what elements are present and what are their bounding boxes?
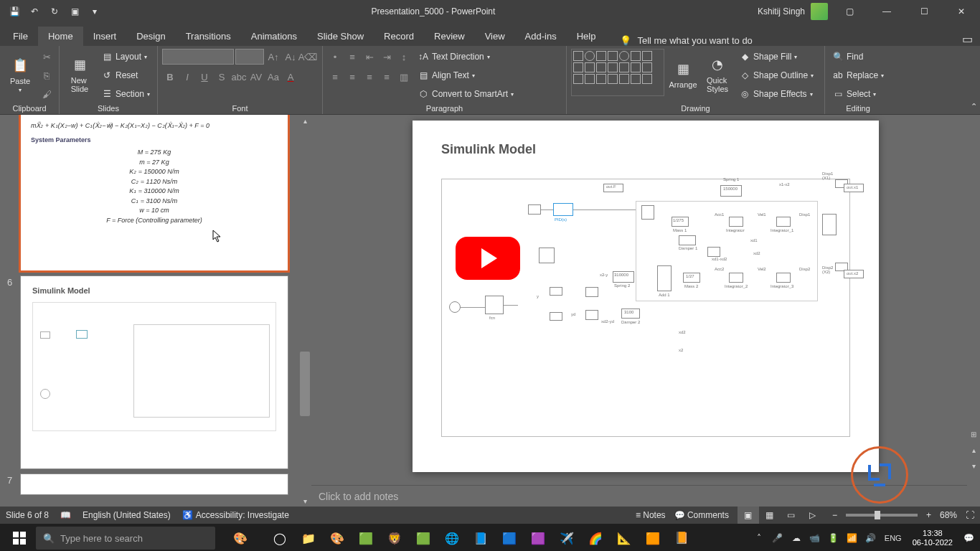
collapse-ribbon-icon[interactable]: ⌃ (971, 102, 977, 111)
language-indicator[interactable]: English (United States) (83, 510, 171, 520)
word-icon[interactable]: 📘 (466, 524, 495, 551)
justify-icon[interactable]: ≡ (379, 69, 395, 85)
tab-review[interactable]: Review (424, 27, 475, 46)
find-button[interactable]: 🔍Find (829, 49, 887, 65)
meet-now-icon[interactable]: 📹 (806, 524, 824, 551)
format-painter-icon[interactable]: 🖌 (39, 86, 55, 102)
slide-title[interactable]: Simulink Model (441, 142, 850, 157)
section-button[interactable]: ☰Section▾ (98, 86, 153, 102)
slide-thumbnail-5[interactable]: mẌ₂ + K₁(X₂−w) + C₁(Ẋ₂−ẇ) − K₂(X₁−X₂) − … (7, 115, 288, 271)
align-right-icon[interactable]: ≡ (362, 69, 377, 85)
shape-fill-button[interactable]: ◆Shape Fill▾ (736, 49, 816, 65)
tab-addins[interactable]: Add-ins (515, 27, 567, 46)
shape-effects-button[interactable]: ◎Shape Effects▾ (736, 86, 816, 102)
taskbar-clock[interactable]: 13:38 06-10-2022 (907, 529, 958, 547)
reset-button[interactable]: ↺Reset (98, 67, 153, 83)
arrange-button[interactable]: ▦ Arrange (667, 49, 699, 99)
tab-record[interactable]: Record (374, 27, 424, 46)
tab-slideshow[interactable]: Slide Show (307, 27, 374, 46)
line-spacing-icon[interactable]: ↕ (396, 49, 412, 65)
slideshow-view-icon[interactable]: ▷ (802, 507, 824, 524)
tab-design[interactable]: Design (126, 27, 175, 46)
user-avatar[interactable] (811, 3, 828, 20)
new-slide-button[interactable]: ▦ New Slide (64, 49, 95, 99)
slideshow-from-start-icon[interactable]: ▣ (66, 3, 83, 20)
spellcheck-icon[interactable]: 📖 (60, 510, 71, 520)
app-icon-3[interactable]: 🟩 (409, 524, 438, 551)
edge-icon[interactable]: 🌐 (438, 524, 466, 551)
change-case-icon[interactable]: Aa (265, 69, 281, 85)
normal-view-icon[interactable]: ▣ (738, 507, 759, 524)
video-play-button[interactable] (456, 237, 520, 280)
text-direction-button[interactable]: ↕AText Direction▾ (415, 49, 517, 65)
comments-button[interactable]: 💬 Comments (674, 510, 729, 520)
next-slide-icon[interactable]: ▾ (967, 462, 980, 475)
taskbar-news-icon[interactable]: 🎨 (215, 524, 265, 551)
qat-customize-icon[interactable]: ▾ (86, 3, 103, 20)
slide-thumbnail-list[interactable]: mẌ₂ + K₁(X₂−w) + C₁(Ẋ₂−ẇ) − K₂(X₁−X₂) − … (0, 115, 298, 507)
comments-pane-icon[interactable]: ▭ (962, 32, 980, 46)
microphone-icon[interactable]: 🎤 (769, 524, 786, 551)
file-explorer-icon[interactable]: 📁 (294, 524, 323, 551)
decrease-font-icon[interactable]: A↓ (283, 49, 298, 65)
app-icon-2[interactable]: 🟩 (352, 524, 380, 551)
align-text-button[interactable]: ▤Align Text▾ (415, 67, 517, 83)
zoom-out-icon[interactable]: − (832, 510, 837, 520)
accessibility-indicator[interactable]: ♿Accessibility: Investigate (182, 510, 289, 520)
zoom-handle[interactable] (875, 511, 880, 519)
strikethrough-icon[interactable]: S (214, 69, 230, 85)
slide-canvas[interactable]: Simulink Model fcn PID(s) out.F y yd (413, 121, 879, 472)
language-switcher[interactable]: ENG (881, 524, 905, 551)
zoom-slider[interactable] (846, 514, 918, 517)
maximize-button[interactable]: ☐ (908, 0, 940, 23)
copy-icon[interactable]: ⎘ (39, 67, 55, 83)
scroll-down-icon[interactable]: ▾ (298, 495, 311, 507)
slide-thumbnail-7[interactable]: 7 (7, 474, 288, 495)
brave-icon[interactable]: 🦁 (380, 524, 409, 551)
user-name[interactable]: Kshitij Singh (758, 6, 805, 17)
chrome-icon[interactable]: 🌈 (581, 524, 610, 551)
tab-transitions[interactable]: Transitions (176, 27, 241, 46)
save-icon[interactable]: 💾 (6, 3, 23, 20)
app-icon-1[interactable]: 🎨 (323, 524, 352, 551)
slide-5-preview[interactable]: mẌ₂ + K₁(X₂−w) + C₁(Ẋ₂−ẇ) − K₂(X₁−X₂) − … (20, 115, 288, 271)
app-icon-5[interactable]: 🟪 (524, 524, 552, 551)
sorter-view-icon[interactable]: ▦ (759, 507, 781, 524)
quick-styles-button[interactable]: ◔ Quick Styles (702, 49, 733, 99)
undo-icon[interactable]: ↶ (26, 3, 43, 20)
slide-thumbnail-6[interactable]: 6 Simulink Model (7, 276, 288, 469)
shape-gallery[interactable] (571, 49, 664, 96)
fit-slide-icon[interactable]: ⛶ (966, 510, 974, 520)
tab-insert[interactable]: Insert (83, 27, 127, 46)
scroll-up-icon[interactable]: ▴ (298, 115, 311, 126)
reading-view-icon[interactable]: ▭ (781, 507, 802, 524)
onedrive-icon[interactable]: ☁ (788, 524, 805, 551)
thumbnail-scrollbar[interactable]: ▴ ▾ (298, 115, 311, 507)
notes-button[interactable]: ≡ Notes (636, 510, 666, 520)
tray-expand-icon[interactable]: ˄ (750, 524, 768, 551)
prev-slide-icon[interactable]: ▴ (967, 446, 980, 459)
align-left-icon[interactable]: ≡ (327, 69, 343, 85)
simulink-diagram[interactable]: fcn PID(s) out.F y yd x2-y xd2-yd (441, 179, 850, 437)
wifi-icon[interactable]: 📶 (844, 524, 861, 551)
increase-font-icon[interactable]: A↑ (265, 49, 281, 65)
tab-help[interactable]: Help (567, 27, 606, 46)
shape-outline-button[interactable]: ◇Shape Outline▾ (736, 67, 816, 83)
task-view-icon[interactable]: ◯ (265, 524, 294, 551)
cut-icon[interactable]: ✂ (39, 49, 55, 65)
minimize-button[interactable]: — (871, 0, 903, 23)
redo-icon[interactable]: ↻ (46, 3, 63, 20)
numbering-icon[interactable]: ≡ (344, 49, 360, 65)
zoom-in-icon[interactable]: + (926, 510, 931, 520)
app-icon-4[interactable]: 🟦 (495, 524, 524, 551)
powerpoint-icon[interactable]: 📙 (667, 524, 696, 551)
start-button[interactable] (3, 524, 36, 551)
bold-icon[interactable]: B (162, 69, 178, 85)
tab-view[interactable]: View (475, 27, 515, 46)
battery-icon[interactable]: 🔋 (825, 524, 842, 551)
scrollbar-thumb[interactable] (300, 352, 310, 416)
slide-indicator[interactable]: Slide 6 of 8 (6, 510, 49, 520)
taskbar-search[interactable]: 🔍 Type here to search (36, 527, 215, 550)
shadow-icon[interactable]: abc (231, 69, 247, 85)
tab-home[interactable]: Home (38, 27, 83, 46)
